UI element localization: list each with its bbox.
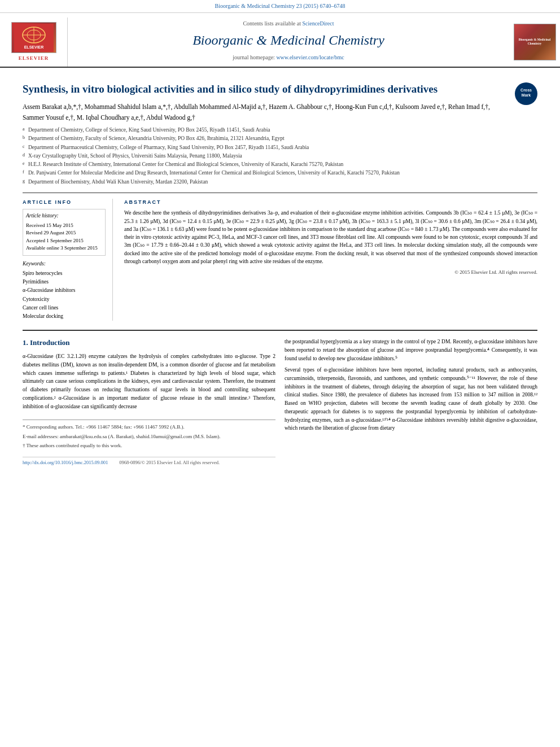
paper-content: Cross Mark Synthesis, in vitro biologica… (0, 68, 560, 475)
article-info-heading: ARTICLE INFO (23, 199, 106, 206)
history-title: Article history: (26, 212, 102, 220)
doi-link[interactable]: http://dx.doi.org/10.1016/j.bmc.2015.09.… (23, 460, 108, 466)
homepage-line: journal homepage: www.elsevier.com/locat… (79, 54, 498, 62)
keywords-title: Keywords: (23, 260, 106, 268)
keywords-box: Keywords: Spiro heterocyclesPyrimidinesα… (23, 260, 106, 321)
svg-text:Cross: Cross (520, 88, 532, 92)
footnote-contributed: † These authors contributed equally to t… (23, 442, 275, 450)
keyword-item: Cytotoxicity (23, 295, 106, 304)
keyword-item: Molecular docking (23, 312, 106, 321)
keyword-item: α-Glucosidase inhibitors (23, 286, 106, 295)
copyright-line: © 2015 Elsevier Ltd. All rights reserved… (124, 269, 537, 276)
affiliation-item: f Dr. Panjwani Center for Molecular Medi… (23, 169, 537, 177)
keywords-list: Spiro heterocyclesPyrimidinesα-Glucosida… (23, 269, 106, 321)
footnotes-section: * Corresponding authors. Tel.: +966 1146… (23, 420, 275, 450)
bottom-bar: http://dx.doi.org/10.1016/j.bmc.2015.09.… (23, 457, 275, 466)
crossmark-badge: Cross Mark (515, 82, 537, 105)
body-paragraph: the postprandial hyperglycemia as a key … (285, 338, 537, 362)
affiliations-block: a Department of Chemistry, College of Sc… (23, 126, 537, 186)
svg-text:ELSEVIER: ELSEVIER (24, 45, 43, 49)
top-bar: Bioorganic & Medicinal Chemistry 23 (201… (0, 0, 560, 13)
elsevier-brand-text: ELSEVIER (19, 55, 49, 62)
affiliation-item: g Department of Biochemistry, Abdul Wali… (23, 178, 537, 186)
main-body: 1. Introduction α-Glucosidase (EC 3.2.1.… (23, 330, 537, 466)
sciencedirect-line: Contents lists available at ScienceDirec… (79, 20, 498, 28)
abstract-text: We describe here the synthesis of dihydr… (124, 209, 537, 265)
elsevier-logo-image: ELSEVIER (11, 22, 56, 53)
svg-text:Mark: Mark (522, 93, 531, 97)
keyword-item: Cancer cell lines (23, 304, 106, 312)
abstract-heading: ABSTRACT (124, 199, 537, 206)
affiliation-item: e H.E.J. Research Institute of Chemistry… (23, 160, 537, 168)
article-history-box: Article history: Received 15 May 2015 Re… (23, 209, 106, 255)
keyword-item: Pyrimidines (23, 278, 106, 286)
journal-citation: Bioorganic & Medicinal Chemistry 23 (201… (215, 3, 345, 9)
body-left-column: 1. Introduction α-Glucosidase (EC 3.2.1.… (23, 338, 275, 466)
affiliation-item: d X-ray Crystallography Unit, School of … (23, 152, 537, 160)
authors-line: Assem Barakat a,b,*,†, Mohammad Shahidul… (23, 102, 537, 123)
revised-date: Revised 29 August 2015 (26, 229, 102, 237)
journal-header: ELSEVIER ELSEVIER Contents lists availab… (0, 13, 560, 68)
journal-center-section: Contents lists available at ScienceDirec… (68, 18, 509, 67)
intro-heading: 1. Introduction (23, 338, 275, 348)
paper-title-section: Cross Mark Synthesis, in vitro biologica… (23, 77, 537, 97)
homepage-link[interactable]: www.elsevier.com/locate/bmc (276, 54, 344, 60)
accepted-date: Accepted 1 September 2015 (26, 237, 102, 245)
body-right-column: the postprandial hyperglycemia as a key … (285, 338, 537, 466)
journal-title-display: Bioorganic & Medicinal Chemistry (79, 31, 498, 50)
available-online-date: Available online 3 September 2015 (26, 244, 102, 252)
body-left-text: α-Glucosidase (EC 3.2.1.20) enzyme catal… (23, 352, 275, 410)
body-paragraph: Several types of α-glucosidase inhibitor… (285, 366, 537, 433)
keyword-item: Spiro heterocycles (23, 269, 106, 278)
elsevier-logo-section: ELSEVIER ELSEVIER (0, 18, 68, 67)
article-info-abstract-section: ARTICLE INFO Article history: Received 1… (23, 193, 537, 321)
footnote-email: E-mail addresses: ambarakat@ksu.edu.sa (… (23, 433, 275, 441)
paper-title: Synthesis, in vitro biological activitie… (23, 77, 537, 97)
abstract-panel: ABSTRACT We describe here the synthesis … (124, 199, 537, 321)
sciencedirect-link[interactable]: ScienceDirect (302, 20, 334, 27)
footnote-corresponding: * Corresponding authors. Tel.: +966 1146… (23, 423, 275, 431)
affiliation-item: c Department of Pharmaceutical Chemistry… (23, 143, 537, 151)
body-right-text: the postprandial hyperglycemia as a key … (285, 338, 537, 433)
issn-text: 0968-0896/© 2015 Elsevier Ltd. All right… (119, 460, 220, 466)
affiliation-item: a Department of Chemistry, College of Sc… (23, 126, 537, 134)
affiliation-item: b Department of Chemistry, Faculty of Sc… (23, 134, 537, 142)
right-logo-box: Bioorganic & Medicinal Chemistry (514, 24, 556, 60)
article-info-panel: ARTICLE INFO Article history: Received 1… (23, 199, 113, 321)
received-date: Received 15 May 2015 (26, 222, 102, 230)
right-logo-section: Bioorganic & Medicinal Chemistry (509, 18, 560, 67)
body-paragraph: α-Glucosidase (EC 3.2.1.20) enzyme catal… (23, 352, 275, 410)
